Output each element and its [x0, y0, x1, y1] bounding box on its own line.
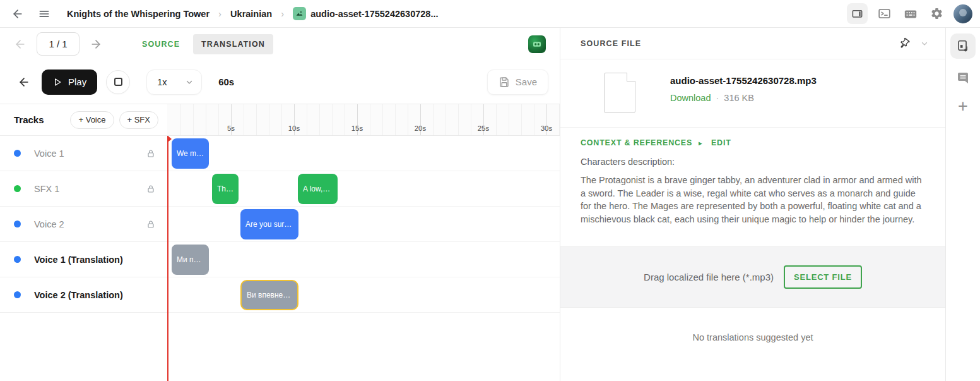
separator-dot: ·: [716, 93, 719, 103]
track-row[interactable]: Voice 2: [0, 207, 167, 242]
track-row[interactable]: Voice 1: [0, 136, 167, 171]
chevron-right-icon: ›: [278, 8, 286, 19]
ruler-tick: [395, 104, 396, 135]
breadcrumb-project[interactable]: Knights of the Whispering Tower: [67, 9, 210, 19]
audio-clip[interactable]: We m…: [172, 138, 209, 169]
collapse-chevron-icon[interactable]: [920, 39, 929, 48]
ruler-label: 25s: [471, 124, 496, 132]
track-row[interactable]: SFX 1: [0, 171, 167, 207]
ruler-tick: [521, 104, 522, 135]
right-rail: +: [945, 28, 980, 381]
chevron-right-icon: ›: [216, 8, 224, 19]
ruler-tick: [193, 104, 194, 135]
context-references-link[interactable]: CONTEXT & REFERENCES: [581, 138, 692, 147]
track-color-dot: [14, 291, 21, 298]
play-icon: [52, 77, 62, 87]
lock-icon[interactable]: [146, 219, 156, 229]
ruler-label: 15s: [345, 124, 370, 132]
add-sfx-button[interactable]: + SFX: [119, 111, 159, 129]
add-panel-icon[interactable]: +: [958, 98, 968, 115]
lock-icon[interactable]: [146, 148, 156, 159]
ruler-label: 5s: [218, 124, 244, 132]
settings-gear-icon[interactable]: [928, 4, 946, 23]
timeline-row: [167, 277, 560, 313]
ruler-tick: [269, 104, 269, 135]
comments-icon[interactable]: [955, 70, 971, 85]
speed-select[interactable]: 1x: [146, 70, 202, 95]
ruler-tick: [244, 104, 244, 135]
ruler-tick: [319, 104, 320, 135]
track-row[interactable]: Voice 1 (Translation): [0, 242, 167, 277]
panel-layout-icon[interactable]: [847, 3, 868, 24]
timeline-row: [167, 207, 560, 242]
download-link[interactable]: Download: [670, 93, 711, 103]
save-icon: [499, 76, 510, 88]
ruler-tick: [332, 104, 333, 135]
tab-translation[interactable]: TRANSLATION: [193, 34, 273, 54]
audio-clip[interactable]: A low,…: [298, 174, 338, 204]
menu-icon[interactable]: [35, 5, 53, 23]
audio-clip-selected[interactable]: Ви впевне…: [240, 280, 298, 310]
ruler-tick: [206, 104, 206, 135]
save-button[interactable]: Save: [487, 70, 548, 95]
track-label: SFX 1: [34, 184, 59, 194]
file-icon: [604, 73, 635, 113]
top-bar: Knights of the Whispering Tower › Ukrain…: [0, 0, 980, 28]
caret-right-icon: ▸: [699, 140, 702, 147]
play-label: Play: [68, 76, 86, 87]
terminal-icon[interactable]: [875, 4, 894, 23]
ruler-tick: [496, 104, 497, 135]
edit-link[interactable]: EDIT: [711, 138, 731, 147]
ruler-tick: [559, 104, 560, 135]
localized-file-dropzone[interactable]: Drag localized file here (*.mp3) SELECT …: [560, 246, 945, 308]
timeline-row: [167, 242, 560, 277]
breadcrumb-asset-label: audio-asset-1755242630728...: [310, 9, 438, 19]
ruler-label: 10s: [281, 124, 307, 132]
ruler-tick: [307, 104, 307, 135]
timeline-canvas[interactable]: We m…Th…A low,…Are you sur…Ми п…Ви впевн…: [167, 136, 560, 381]
track-color-dot: [14, 185, 21, 192]
audio-clip[interactable]: Are you sur…: [240, 209, 298, 239]
tracks-header: Tracks + Voice + SFX: [0, 104, 167, 136]
media-notes-icon[interactable]: [950, 33, 976, 59]
pin-icon[interactable]: [896, 35, 912, 51]
stop-button[interactable]: [106, 70, 130, 94]
keyboard-icon[interactable]: [901, 4, 920, 23]
select-file-button[interactable]: SELECT FILE: [784, 265, 862, 289]
ruler-tick: [446, 104, 446, 135]
file-block: audio-asset-1755242630728.mp3 Download ·…: [560, 59, 945, 128]
tab-source[interactable]: SOURCE: [134, 34, 188, 54]
breadcrumb: Knights of the Whispering Tower › Ukrain…: [67, 7, 439, 20]
add-voice-button[interactable]: + Voice: [70, 111, 114, 129]
lock-icon[interactable]: [146, 184, 156, 194]
app-badge-icon[interactable]: [528, 35, 546, 53]
page-indicator[interactable]: 1 / 1: [37, 32, 80, 56]
play-button[interactable]: Play: [42, 70, 97, 95]
track-label: Voice 2 (Translation): [34, 290, 123, 300]
avatar[interactable]: [953, 4, 972, 23]
tracks-title: Tracks: [14, 114, 44, 125]
save-label: Save: [516, 76, 537, 87]
track-row[interactable]: Voice 2 (Translation): [0, 277, 167, 313]
asset-thumbnail-icon: [293, 7, 306, 20]
playhead[interactable]: [167, 136, 168, 381]
breadcrumb-language[interactable]: Ukrainian: [230, 9, 272, 19]
ruler-tick: [458, 104, 459, 135]
track-color-dot: [14, 150, 21, 157]
duration-label: 60s: [218, 76, 234, 87]
file-size: 316 KB: [724, 93, 754, 103]
timeline-ruler[interactable]: 5s10s15s20s25s30s: [167, 104, 560, 136]
prev-page-icon[interactable]: [11, 35, 29, 53]
next-page-icon[interactable]: [87, 35, 105, 53]
source-file-panel: SOURCE FILE audio-asset-1755242630728.mp…: [560, 28, 945, 381]
breadcrumb-asset[interactable]: audio-asset-1755242630728...: [293, 7, 438, 20]
back-arrow-icon[interactable]: [9, 5, 27, 23]
ruler-label: 30s: [534, 124, 559, 132]
timeline-row: [167, 136, 560, 171]
ruler-tick: [382, 104, 383, 135]
audio-clip[interactable]: Ми п…: [172, 245, 209, 275]
timeline-back-icon[interactable]: [15, 73, 33, 91]
dubbing-editor: 1 / 1 SOURCE TRANSLATION Play 1x: [0, 28, 560, 381]
audio-clip[interactable]: Th…: [212, 174, 239, 204]
source-file-header: SOURCE FILE: [581, 39, 641, 48]
